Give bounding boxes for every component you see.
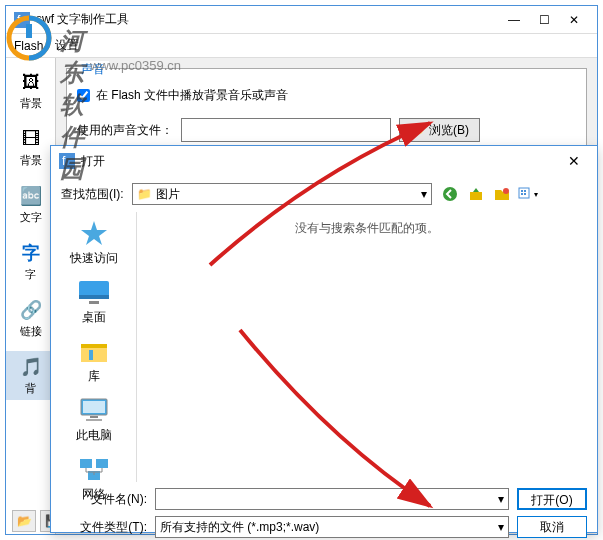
star-icon xyxy=(76,218,112,248)
look-in-value: 图片 xyxy=(156,186,180,203)
pc-icon xyxy=(76,395,112,425)
desktop-icon xyxy=(76,277,112,307)
sidebar: 🖼背景 🎞背景 🔤文字 字字 🔗链接 🎵背 xyxy=(6,58,56,534)
file-list-area[interactable]: 没有与搜索条件匹配的项。 xyxy=(137,212,597,482)
cancel-button[interactable]: 取消 xyxy=(517,516,587,538)
filename-label: 文件名(N): xyxy=(61,491,147,508)
look-in-label: 查找范围(I): xyxy=(61,186,124,203)
sidebar-item-bg[interactable]: 🖼背景 xyxy=(6,66,55,115)
network-icon xyxy=(76,454,112,484)
minimize-button[interactable]: — xyxy=(499,10,529,30)
browse-button[interactable]: 📂 浏览(B) xyxy=(399,118,480,142)
sound-file-input[interactable] xyxy=(181,118,391,142)
svg-marker-11 xyxy=(81,221,107,245)
svg-rect-8 xyxy=(524,190,526,192)
tool-open-icon[interactable]: 📂 xyxy=(12,510,36,532)
filename-combo[interactable]: ▾ xyxy=(155,488,509,510)
font-icon: 字 xyxy=(17,241,45,265)
folder-open-icon: 📂 xyxy=(410,123,425,137)
svg-rect-10 xyxy=(524,193,526,195)
sound-file-label: 使用的声音文件： xyxy=(77,122,173,139)
menubar: Flash 设置 xyxy=(6,34,597,58)
play-sound-check-input[interactable] xyxy=(77,89,90,102)
open-close-button[interactable]: ✕ xyxy=(559,153,589,169)
open-button[interactable]: 打开(O) xyxy=(517,488,587,510)
chevron-down-icon: ▾ xyxy=(492,492,504,506)
svg-rect-18 xyxy=(83,401,105,413)
place-library[interactable]: 库 xyxy=(76,336,112,385)
svg-rect-16 xyxy=(89,350,93,360)
sound-icon: 🎵 xyxy=(17,355,45,379)
place-quick-access[interactable]: 快速访问 xyxy=(70,218,118,267)
svg-rect-19 xyxy=(90,416,98,418)
place-this-pc[interactable]: 此电脑 xyxy=(76,395,112,444)
svg-point-4 xyxy=(443,187,457,201)
svg-rect-7 xyxy=(521,190,523,192)
window-title: swf 文字制作工具 xyxy=(36,11,499,28)
filetype-combo[interactable]: 所有支持的文件 (*.mp3;*.wav)▾ xyxy=(155,516,509,538)
folder-icon: 📁 xyxy=(137,187,152,201)
link-icon: 🔗 xyxy=(17,298,45,322)
close-button[interactable]: ✕ xyxy=(559,10,589,30)
place-desktop[interactable]: 桌面 xyxy=(76,277,112,326)
group-title: 声音 xyxy=(77,61,109,78)
sidebar-item-link[interactable]: 🔗链接 xyxy=(6,294,55,343)
view-menu-icon[interactable]: ▾ xyxy=(518,184,538,204)
sidebar-item-bg2[interactable]: 🎞背景 xyxy=(6,123,55,172)
sidebar-item-font[interactable]: 字字 xyxy=(6,237,55,286)
sound-group: 声音 在 Flash 文件中播放背景音乐或声音 使用的声音文件： 📂 浏览(B) xyxy=(66,68,587,153)
play-sound-checkbox[interactable]: 在 Flash 文件中播放背景音乐或声音 xyxy=(77,87,576,104)
sidebar-item-text[interactable]: 🔤文字 xyxy=(6,180,55,229)
back-icon[interactable] xyxy=(440,184,460,204)
new-folder-icon[interactable] xyxy=(492,184,512,204)
library-icon xyxy=(76,336,112,366)
image-icon: 🖼 xyxy=(17,70,45,94)
empty-text: 没有与搜索条件匹配的项。 xyxy=(145,220,589,237)
titlebar: f swf 文字制作工具 — ☐ ✕ xyxy=(6,6,597,34)
places-bar: 快速访问 桌面 库 此电脑 网络 xyxy=(51,212,137,482)
svg-rect-20 xyxy=(86,419,102,421)
svg-rect-13 xyxy=(79,295,109,299)
svg-rect-14 xyxy=(89,301,99,304)
svg-rect-21 xyxy=(80,459,92,468)
open-dialog: f 打开 ✕ 查找范围(I): 📁 图片 ▾ ▾ 快速访问 桌面 库 此电脑 网… xyxy=(50,145,598,533)
svg-rect-15 xyxy=(81,344,107,348)
text-icon: 🔤 xyxy=(17,184,45,208)
maximize-button[interactable]: ☐ xyxy=(529,10,559,30)
chevron-down-icon: ▾ xyxy=(415,187,427,201)
film-icon: 🎞 xyxy=(17,127,45,151)
svg-rect-9 xyxy=(521,193,523,195)
look-in-combo[interactable]: 📁 图片 ▾ xyxy=(132,183,432,205)
svg-rect-22 xyxy=(96,459,108,468)
up-icon[interactable] xyxy=(466,184,486,204)
chevron-down-icon: ▾ xyxy=(492,520,504,534)
app-icon: f xyxy=(14,12,30,28)
checkbox-label: 在 Flash 文件中播放背景音乐或声音 xyxy=(96,87,288,104)
open-title: 打开 xyxy=(81,153,559,170)
filetype-label: 文件类型(T): xyxy=(61,519,147,536)
menu-settings[interactable]: 设置 xyxy=(55,37,79,54)
dialog-icon: f xyxy=(59,153,75,169)
open-titlebar: f 打开 ✕ xyxy=(51,146,597,176)
open-toolbar: 查找范围(I): 📁 图片 ▾ ▾ xyxy=(51,176,597,212)
menu-flash[interactable]: Flash xyxy=(14,39,43,53)
svg-point-5 xyxy=(503,188,509,194)
sidebar-item-sound[interactable]: 🎵背 xyxy=(6,351,55,400)
